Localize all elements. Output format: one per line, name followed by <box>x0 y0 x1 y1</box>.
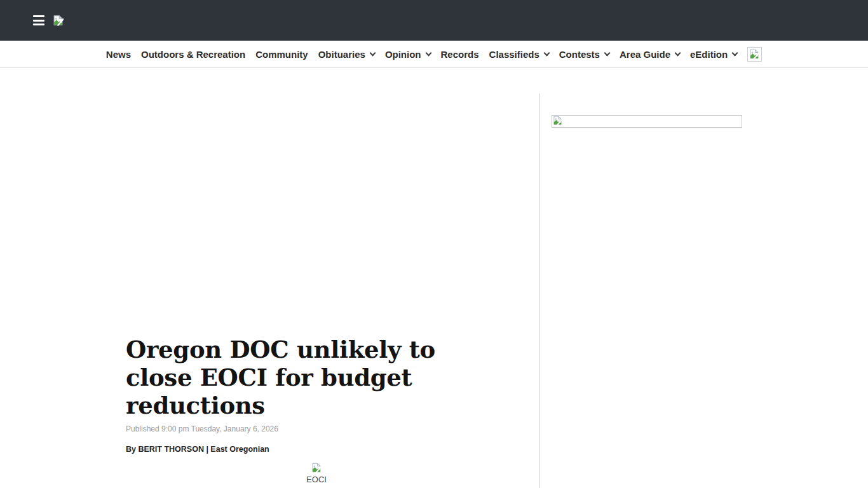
lead-image-alt-text: EOCI <box>126 475 507 484</box>
chevron-down-icon <box>732 50 738 56</box>
chevron-down-icon <box>675 50 681 56</box>
nav-item-records[interactable]: Records <box>441 49 479 60</box>
nav-item-obituaries[interactable]: Obituaries <box>318 49 375 60</box>
nav-item-label: Community <box>255 49 308 60</box>
page-container: Oregon DOC unlikely to close EOCI for bu… <box>126 93 742 488</box>
top-bar <box>0 0 868 41</box>
article-column: Oregon DOC unlikely to close EOCI for bu… <box>126 93 539 488</box>
chevron-down-icon <box>369 50 376 56</box>
nav-item-news[interactable]: News <box>106 49 131 60</box>
chevron-down-icon <box>425 50 431 56</box>
nav-item-label: Opinion <box>385 49 421 60</box>
nav-item-eedition[interactable]: eEdition <box>690 49 737 60</box>
ad-broken-image-icon <box>553 116 562 127</box>
empty-lead-media-space <box>126 93 507 336</box>
nav-item-label: Records <box>441 49 479 60</box>
nav-item-opinion[interactable]: Opinion <box>385 49 431 60</box>
main-navigation: NewsOutdoors & RecreationCommunityObitua… <box>0 41 868 68</box>
site-logo-broken-image-icon[interactable] <box>53 15 64 26</box>
nav-item-label: Area Guide <box>620 49 670 60</box>
nav-search-broken-image-icon[interactable] <box>747 47 762 62</box>
nav-item-label: Outdoors & Recreation <box>141 49 245 60</box>
nav-item-community[interactable]: Community <box>255 49 308 60</box>
nav-item-contests[interactable]: Contests <box>559 49 609 60</box>
article-headline: Oregon DOC unlikely to close EOCI for bu… <box>126 336 507 419</box>
published-timestamp: Published 9:00 pm Tuesday, January 6, 20… <box>126 424 507 433</box>
nav-item-label: Obituaries <box>318 49 365 60</box>
nav-item-label: News <box>106 49 131 60</box>
nav-item-label: Classifieds <box>489 49 539 60</box>
nav-item-classifieds[interactable]: Classifieds <box>489 49 549 60</box>
right-sidebar <box>552 93 742 488</box>
nav-item-label: Contests <box>559 49 600 60</box>
article-byline: By BERIT THORSON | East Oregonian <box>126 445 507 454</box>
nav-item-outdoors-recreation[interactable]: Outdoors & Recreation <box>141 49 245 60</box>
hamburger-menu-icon[interactable] <box>33 15 44 25</box>
sidebar-ad-placeholder[interactable] <box>552 115 742 128</box>
lead-broken-image-icon <box>311 463 322 473</box>
chevron-down-icon <box>543 50 550 56</box>
nav-item-area-guide[interactable]: Area Guide <box>620 49 680 60</box>
lead-image-figure: EOCI Though the Oregon Department of Cor… <box>126 463 507 488</box>
nav-item-label: eEdition <box>690 49 728 60</box>
chevron-down-icon <box>604 50 611 56</box>
